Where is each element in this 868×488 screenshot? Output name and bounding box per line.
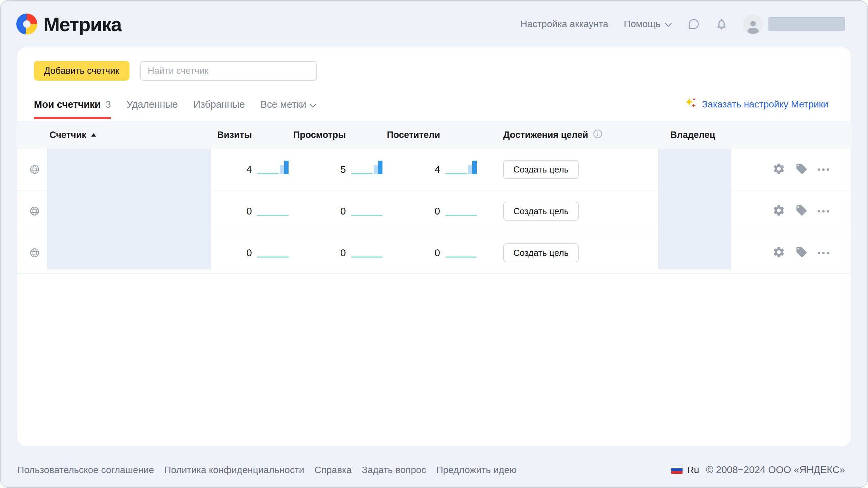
copyright: © 2008−2024 ООО «ЯНДЕКС» — [706, 464, 845, 475]
order-metrika-setup-link[interactable]: Заказать настройку Метрики — [684, 96, 828, 119]
visitors-value: 0 — [435, 206, 440, 217]
counters-toolbar: Добавить счетчик — [17, 47, 851, 81]
search-counter-input[interactable] — [140, 61, 317, 81]
row-menu-ellipsis-icon[interactable] — [818, 252, 829, 254]
globe-icon — [17, 206, 48, 217]
footer-link-user-agreement[interactable]: Пользовательское соглашение — [17, 465, 154, 475]
sort-ascending-icon — [91, 133, 96, 137]
visits-value: 4 — [246, 164, 252, 175]
views-sparkline — [351, 202, 382, 220]
table-body: 4 5 4 Создать цель — [17, 149, 851, 274]
language-label: Ru — [687, 465, 699, 475]
table-header: Счетчик Визиты Просмотры Посетители Дост… — [17, 121, 851, 149]
counter-names-redacted-block[interactable] — [47, 149, 211, 269]
globe-icon — [17, 164, 48, 175]
visitors-sparkline — [446, 244, 477, 262]
column-owner: Владелец — [646, 130, 731, 140]
account-settings-link[interactable]: Настройка аккаунта — [520, 19, 608, 29]
tabs-row: Мои счетчики 3 Удаленные Избранные Все м… — [17, 96, 851, 119]
top-bar: Метрика Настройка аккаунта Помощь — [1, 1, 867, 47]
column-counter-label: Счетчик — [50, 130, 86, 140]
footer-right: Ru © 2008−2024 ООО «ЯНДЕКС» — [671, 464, 845, 475]
footer-links: Пользовательское соглашение Политика кон… — [17, 465, 517, 475]
views-value: 0 — [340, 206, 346, 217]
visitors-value: 4 — [435, 164, 440, 175]
column-counter-sort[interactable]: Счетчик — [48, 130, 216, 140]
owner-redacted-block — [658, 149, 731, 269]
column-visits: Визиты — [216, 130, 289, 140]
settings-gear-icon[interactable] — [772, 246, 785, 260]
user-name-placeholder — [768, 17, 845, 31]
views-value: 0 — [340, 247, 346, 259]
views-sparkline — [351, 161, 382, 178]
settings-gear-icon[interactable] — [772, 162, 785, 177]
create-goal-button[interactable]: Создать цель — [503, 243, 579, 262]
tabs: Мои счетчики 3 Удаленные Избранные Все м… — [34, 99, 316, 119]
notifications-bell-icon[interactable] — [715, 18, 728, 30]
tab-favorites[interactable]: Избранные — [193, 99, 245, 119]
row-actions — [731, 162, 851, 177]
footer: Пользовательское соглашение Политика кон… — [1, 464, 867, 475]
metrika-logo-icon — [16, 14, 37, 35]
visits-cell: 0 — [216, 244, 289, 262]
visits-sparkline — [257, 244, 289, 262]
views-cell: 5 — [289, 161, 382, 178]
visitors-cell: 4 — [382, 161, 477, 178]
create-goal-button[interactable]: Создать цель — [503, 202, 579, 221]
visits-value: 0 — [246, 206, 252, 217]
russian-flag-icon — [671, 466, 683, 474]
counters-panel: Добавить счетчик Мои счетчики 3 Удаленны… — [17, 47, 851, 446]
chevron-down-icon — [310, 99, 316, 110]
order-metrika-setup-label: Заказать настройку Метрики — [702, 99, 828, 110]
visitors-cell: 0 — [382, 202, 477, 220]
info-icon[interactable] — [593, 129, 603, 141]
sparkle-icon — [684, 96, 697, 112]
row-menu-ellipsis-icon[interactable] — [818, 210, 829, 212]
tab-all-labels[interactable]: Все метки — [260, 99, 316, 119]
add-counter-button[interactable]: Добавить счетчик — [34, 61, 130, 81]
create-goal-button[interactable]: Создать цель — [503, 160, 579, 179]
tag-icon[interactable] — [795, 246, 808, 260]
user-avatar — [743, 14, 763, 34]
settings-gear-icon[interactable] — [772, 204, 785, 218]
visits-sparkline — [257, 161, 289, 178]
tag-icon[interactable] — [795, 204, 808, 218]
chevron-down-icon — [665, 19, 672, 29]
user-account-button[interactable] — [743, 14, 845, 34]
tag-icon[interactable] — [795, 163, 808, 176]
column-views: Просмотры — [289, 130, 382, 140]
footer-link-help[interactable]: Справка — [314, 465, 352, 475]
footer-link-suggest-idea[interactable]: Предложить идею — [436, 465, 517, 475]
globe-icon — [17, 247, 48, 258]
visitors-value: 0 — [435, 247, 440, 259]
views-cell: 0 — [289, 244, 382, 262]
page: Метрика Настройка аккаунта Помощь — [0, 0, 868, 488]
tab-my-counters-label: Мои счетчики — [34, 99, 101, 110]
footer-link-ask-question[interactable]: Задать вопрос — [362, 465, 426, 475]
top-bar-right: Настройка аккаунта Помощь — [520, 14, 845, 34]
visitors-sparkline — [446, 161, 477, 178]
views-value: 5 — [340, 164, 346, 175]
visitors-cell: 0 — [382, 244, 477, 262]
chat-icon[interactable] — [688, 18, 700, 30]
column-goal-reaches-label: Достижения целей — [503, 130, 588, 140]
metrika-logo-text: Метрика — [43, 13, 121, 36]
visitors-sparkline — [446, 202, 477, 220]
language-selector[interactable]: Ru — [671, 465, 699, 475]
row-actions — [731, 246, 851, 260]
tab-deleted[interactable]: Удаленные — [126, 99, 178, 119]
footer-link-privacy-policy[interactable]: Политика конфиденциальности — [164, 465, 304, 475]
visits-cell: 0 — [216, 202, 289, 220]
views-sparkline — [351, 244, 382, 262]
column-visitors: Посетители — [382, 130, 477, 140]
row-menu-ellipsis-icon[interactable] — [818, 168, 829, 171]
visits-value: 0 — [246, 247, 252, 259]
visits-sparkline — [257, 202, 289, 220]
tab-my-counters[interactable]: Мои счетчики 3 — [34, 99, 111, 119]
visits-cell: 4 — [216, 161, 289, 178]
help-menu-label: Помощь — [624, 19, 660, 29]
column-goal-reaches: Достижения целей — [477, 129, 646, 141]
help-menu[interactable]: Помощь — [624, 19, 672, 29]
metrika-logo[interactable]: Метрика — [16, 13, 121, 36]
tab-my-counters-count: 3 — [105, 99, 111, 110]
